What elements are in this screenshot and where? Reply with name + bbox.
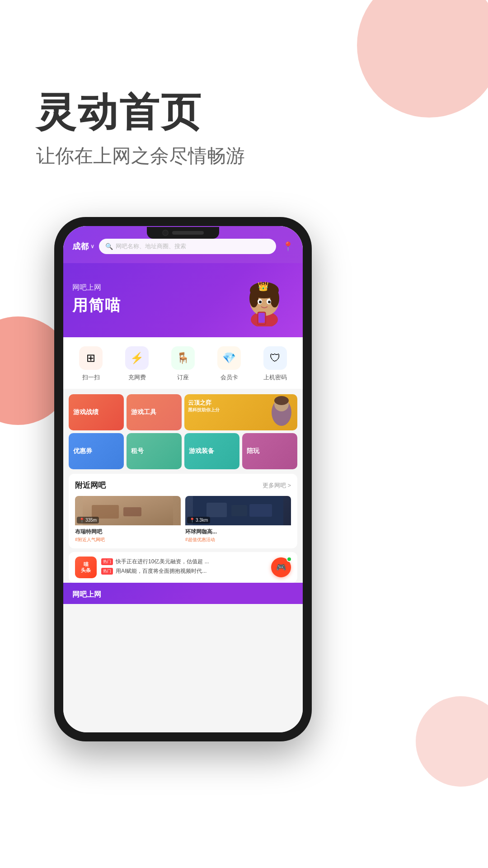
location-pin-icon[interactable]: 📍	[282, 241, 294, 252]
nearby-more[interactable]: 更多网吧 >	[263, 481, 291, 490]
banner-character: 👑	[235, 272, 294, 326]
partial-banner: 网吧上网	[63, 583, 303, 604]
location-arrow-icon: ∨	[90, 243, 94, 250]
scan-label: 扫一扫	[82, 373, 100, 382]
grid-coupon[interactable]: 优惠券	[69, 433, 124, 469]
nearby-distance-2: 📍 3.3km	[187, 517, 210, 524]
character-svg: 👑	[235, 272, 294, 326]
news-section: 喵头条 热门 快手正在进行10亿美元融资，估值超 ... 热门 用AI赋能，百度…	[69, 552, 297, 583]
app-banner: 网吧上网 用简喵	[63, 263, 303, 337]
nearby-item-1[interactable]: 📍 335m 布瑞特网吧 #附近人气网吧	[75, 496, 181, 544]
phone-camera	[162, 230, 169, 236]
deco-circle-right	[416, 696, 488, 787]
nearby-info-2: 环球网咖高... #超值优惠活动	[185, 525, 291, 544]
book-label: 订座	[177, 373, 189, 382]
password-icon-wrap: 🛡	[263, 346, 287, 370]
companion-label: 陪玩	[247, 447, 259, 455]
nearby-dist-text-2: 3.3km	[196, 518, 208, 523]
news-text-2: 用AI赋能，百度将全面拥抱视频时代...	[116, 567, 206, 575]
nearby-tag-2: #超值优惠活动	[185, 537, 291, 543]
nearby-item-2[interactable]: 📍 3.3km 环球网咖高... #超值优惠活动	[185, 496, 291, 544]
search-icon: 🔍	[105, 243, 113, 250]
news-item-2[interactable]: 热门 用AI赋能，百度将全面拥抱视频时代...	[101, 567, 267, 575]
action-book[interactable]: 🪑 订座	[171, 346, 195, 382]
hero-subtitle: 让你在上网之余尽情畅游	[36, 143, 245, 169]
svg-point-14	[274, 396, 289, 405]
phone-speaker	[172, 231, 204, 235]
cloud-character-svg	[268, 394, 295, 428]
location-text: 成都	[72, 241, 89, 252]
member-label: 会员卡	[221, 373, 238, 382]
grid-equipment[interactable]: 游戏装备	[184, 433, 239, 469]
phone-frame: 成都 ∨ 🔍 网吧名称、地址商圈、搜索 📍 网吧上网 用简喵	[54, 217, 312, 741]
nearby-section: 附近网吧 更多网吧 >	[69, 474, 297, 548]
partial-banner-text: 网吧上网	[72, 590, 101, 599]
charge-icon-wrap: ⚡	[125, 346, 149, 370]
grid-companion[interactable]: 陪玩	[242, 433, 297, 469]
cloud-title: 云顶之弈	[188, 399, 211, 407]
svg-rect-22	[249, 504, 272, 517]
quick-actions: ⊞ 扫一扫 ⚡ 充网费 🪑 订座	[63, 337, 303, 389]
charge-icon: ⚡	[130, 352, 144, 364]
nearby-img-1: 📍 335m	[75, 496, 181, 525]
nearby-distance-1: 📍 335m	[77, 517, 99, 524]
scan-icon: ⊞	[86, 352, 95, 364]
grid-game-score[interactable]: 游戏战绩	[69, 394, 124, 430]
rent-label: 租号	[131, 447, 144, 455]
action-password[interactable]: 🛡 上机密码	[263, 346, 287, 382]
nearby-name-2: 环球网咖高...	[185, 528, 291, 536]
svg-point-7	[259, 301, 262, 303]
news-float-button[interactable]: 🎮	[271, 557, 291, 577]
news-text-1: 快手正在进行10亿美元融资，估值超 ...	[116, 558, 209, 566]
svg-rect-21	[231, 505, 247, 516]
nearby-list: 📍 335m 布瑞特网吧 #附近人气网吧	[75, 496, 291, 544]
news-logo: 喵头条	[75, 557, 97, 578]
action-scan[interactable]: ⊞ 扫一扫	[79, 346, 103, 382]
charge-label: 充网费	[128, 373, 146, 382]
svg-point-4	[270, 289, 279, 307]
search-bar[interactable]: 🔍 网吧名称、地址商圈、搜索	[99, 239, 276, 254]
action-charge[interactable]: ⚡ 充网费	[125, 346, 149, 382]
svg-text:👑: 👑	[258, 281, 269, 292]
svg-rect-11	[258, 313, 265, 323]
game-score-label: 游戏战绩	[73, 408, 99, 416]
news-float-dot	[286, 557, 292, 562]
password-icon: 🛡	[270, 352, 281, 364]
banner-top-text: 网吧上网	[72, 283, 235, 292]
nearby-info-1: 布瑞特网吧 #附近人气网吧	[75, 525, 181, 544]
deco-circle-top	[357, 0, 488, 118]
phone-mockup: 成都 ∨ 🔍 网吧名称、地址商圈、搜索 📍 网吧上网 用简喵	[54, 217, 312, 741]
news-logo-text: 喵头条	[81, 561, 91, 573]
news-item-1[interactable]: 热门 快手正在进行10亿美元融资，估值超 ...	[101, 558, 267, 566]
action-member[interactable]: 💎 会员卡	[217, 346, 241, 382]
banner-text: 网吧上网 用简喵	[72, 283, 235, 316]
cloud-subtitle: 黑科技助你上分	[188, 407, 220, 413]
news-hot-tag-2: 热门	[101, 568, 113, 575]
member-icon: 💎	[222, 352, 236, 364]
grid-rent[interactable]: 租号	[127, 433, 182, 469]
book-icon: 🪑	[176, 352, 190, 364]
svg-rect-20	[206, 503, 227, 517]
nearby-name-1: 布瑞特网吧	[75, 528, 181, 536]
news-hot-tag-1: 热门	[101, 558, 113, 565]
news-float-icon: 🎮	[276, 562, 286, 572]
nearby-dist-text-1: 335m	[85, 518, 97, 523]
hero-title: 灵动首页	[36, 90, 245, 134]
nearby-title: 附近网吧	[75, 480, 106, 491]
svg-point-8	[268, 301, 271, 303]
location-icon-small-1: 📍	[79, 518, 84, 523]
grid-cloud[interactable]: 云顶之弈 黑科技助你上分	[184, 394, 297, 430]
location-button[interactable]: 成都 ∨	[72, 241, 94, 252]
nearby-tag-1: #附近人气网吧	[75, 537, 181, 543]
grid-game-tools[interactable]: 游戏工具	[127, 394, 182, 430]
phone-notch	[147, 227, 219, 239]
grid-section: 游戏战绩 游戏工具 云顶之弈 黑科技助你上分	[63, 389, 303, 469]
member-icon-wrap: 💎	[217, 346, 241, 370]
banner-big-text: 用简喵	[72, 295, 235, 316]
app-screen: 成都 ∨ 🔍 网吧名称、地址商圈、搜索 📍 网吧上网 用简喵	[63, 226, 303, 732]
news-list: 热门 快手正在进行10亿美元融资，估值超 ... 热门 用AI赋能，百度将全面拥…	[101, 558, 267, 577]
svg-point-3	[249, 289, 258, 307]
nearby-header: 附近网吧 更多网吧 >	[75, 480, 291, 491]
scan-icon-wrap: ⊞	[79, 346, 103, 370]
location-icon-small-2: 📍	[189, 518, 195, 523]
